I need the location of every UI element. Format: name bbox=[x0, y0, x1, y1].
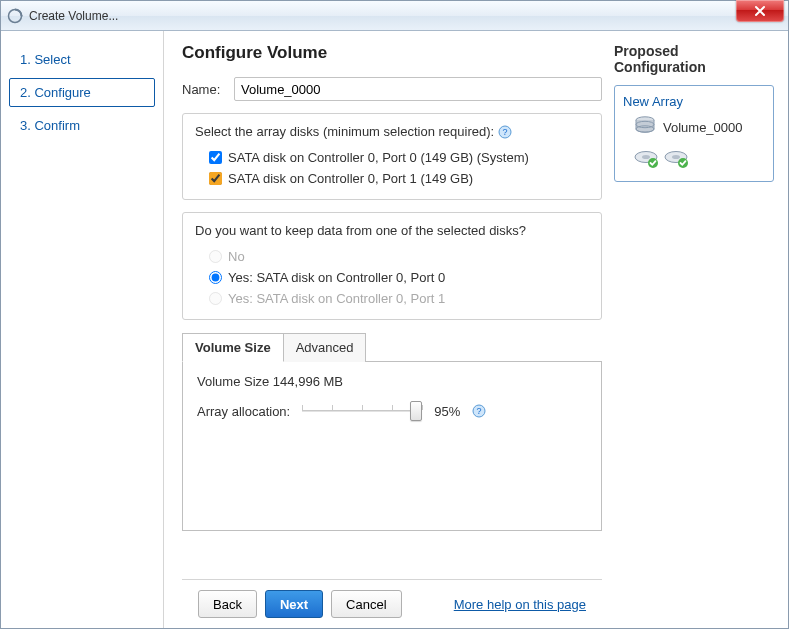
proposed-volume: Volume_0000 bbox=[623, 115, 765, 140]
keep-data-no-label: No bbox=[228, 249, 245, 264]
page-title: Configure Volume bbox=[182, 43, 602, 63]
volume-stack-icon bbox=[633, 115, 657, 140]
disk-1[interactable]: SATA disk on Controller 0, Port 1 (149 G… bbox=[195, 168, 589, 189]
keep-data-yes-port0[interactable]: Yes: SATA disk on Controller 0, Port 0 bbox=[195, 267, 589, 288]
slider-thumb[interactable] bbox=[410, 401, 422, 421]
proposed-config-column: Proposed Configuration New Array V bbox=[614, 43, 774, 628]
array-label: New Array bbox=[623, 94, 765, 109]
volume-size-section: Volume Size Advanced Volume Size 144,996… bbox=[182, 332, 602, 531]
close-icon bbox=[754, 5, 766, 17]
disk-selection-prompt: Select the array disks (minimum selectio… bbox=[195, 124, 589, 139]
keep-data-yes-port1: Yes: SATA disk on Controller 0, Port 1 bbox=[195, 288, 589, 309]
help-icon[interactable]: ? bbox=[472, 404, 486, 418]
window-body: 1. Select 2. Configure 3. Confirm Config… bbox=[1, 31, 788, 628]
volume-size-text: Volume Size 144,996 MB bbox=[197, 374, 587, 389]
disk-ok-icon bbox=[633, 148, 659, 171]
slider-track bbox=[302, 410, 422, 413]
tab-bar: Volume Size Advanced bbox=[182, 332, 602, 361]
svg-point-13 bbox=[672, 155, 680, 159]
disk-0-label: SATA disk on Controller 0, Port 0 (149 G… bbox=[228, 150, 529, 165]
keep-data-yes-port0-label: Yes: SATA disk on Controller 0, Port 0 bbox=[228, 270, 445, 285]
keep-data-no-radio bbox=[209, 250, 222, 263]
disk-1-label: SATA disk on Controller 0, Port 1 (149 G… bbox=[228, 171, 473, 186]
disk-selection-panel: Select the array disks (minimum selectio… bbox=[182, 113, 602, 200]
tab-volume-size[interactable]: Volume Size bbox=[182, 333, 284, 362]
close-button[interactable] bbox=[736, 0, 784, 22]
proposed-heading: Proposed Configuration bbox=[614, 43, 774, 75]
keep-data-panel: Do you want to keep data from one of the… bbox=[182, 212, 602, 320]
help-icon[interactable]: ? bbox=[498, 125, 512, 139]
name-label: Name: bbox=[182, 82, 234, 97]
disk-0-checkbox[interactable] bbox=[209, 151, 222, 164]
volume-name-input[interactable] bbox=[234, 77, 602, 101]
keep-data-no: No bbox=[195, 246, 589, 267]
window-title: Create Volume... bbox=[29, 9, 118, 23]
step-confirm[interactable]: 3. Confirm bbox=[9, 111, 155, 140]
wizard-steps: 1. Select 2. Configure 3. Confirm bbox=[1, 31, 164, 628]
keep-data-yes-port1-label: Yes: SATA disk on Controller 0, Port 1 bbox=[228, 291, 445, 306]
center-column: Configure Volume Name: Select the array … bbox=[182, 43, 602, 628]
cancel-button[interactable]: Cancel bbox=[331, 590, 401, 618]
next-button[interactable]: Next bbox=[265, 590, 323, 618]
allocation-slider[interactable] bbox=[302, 399, 422, 423]
svg-point-10 bbox=[642, 155, 650, 159]
disk-0[interactable]: SATA disk on Controller 0, Port 0 (149 G… bbox=[195, 147, 589, 168]
allocation-row: Array allocation: 95% bbox=[197, 399, 587, 423]
proposed-disk-icons bbox=[623, 148, 765, 171]
tab-advanced[interactable]: Advanced bbox=[283, 333, 367, 362]
proposed-volume-name: Volume_0000 bbox=[663, 120, 743, 135]
disk-1-checkbox[interactable] bbox=[209, 172, 222, 185]
disk-prompt-text: Select the array disks (minimum selectio… bbox=[195, 124, 494, 139]
keep-data-prompt: Do you want to keep data from one of the… bbox=[195, 223, 589, 238]
keep-data-yes-port0-radio[interactable] bbox=[209, 271, 222, 284]
create-volume-window: Create Volume... 1. Select 2. Configure … bbox=[0, 0, 789, 629]
allocation-label: Array allocation: bbox=[197, 404, 290, 419]
back-button[interactable]: Back bbox=[198, 590, 257, 618]
disk-ok-icon bbox=[663, 148, 689, 171]
name-row: Name: bbox=[182, 77, 602, 101]
footer: Back Next Cancel More help on this page bbox=[182, 579, 602, 628]
titlebar: Create Volume... bbox=[1, 1, 788, 31]
more-help-link[interactable]: More help on this page bbox=[454, 597, 586, 612]
svg-text:?: ? bbox=[477, 406, 482, 416]
app-icon bbox=[7, 8, 23, 24]
keep-data-yes-port1-radio bbox=[209, 292, 222, 305]
step-configure[interactable]: 2. Configure bbox=[9, 78, 155, 107]
allocation-value: 95% bbox=[434, 404, 460, 419]
tab-volume-size-body: Volume Size 144,996 MB Array allocation: bbox=[182, 361, 602, 531]
svg-text:?: ? bbox=[503, 127, 508, 137]
step-select[interactable]: 1. Select bbox=[9, 45, 155, 74]
proposed-config-box: New Array Volume_0000 bbox=[614, 85, 774, 182]
main-area: Configure Volume Name: Select the array … bbox=[164, 31, 788, 628]
